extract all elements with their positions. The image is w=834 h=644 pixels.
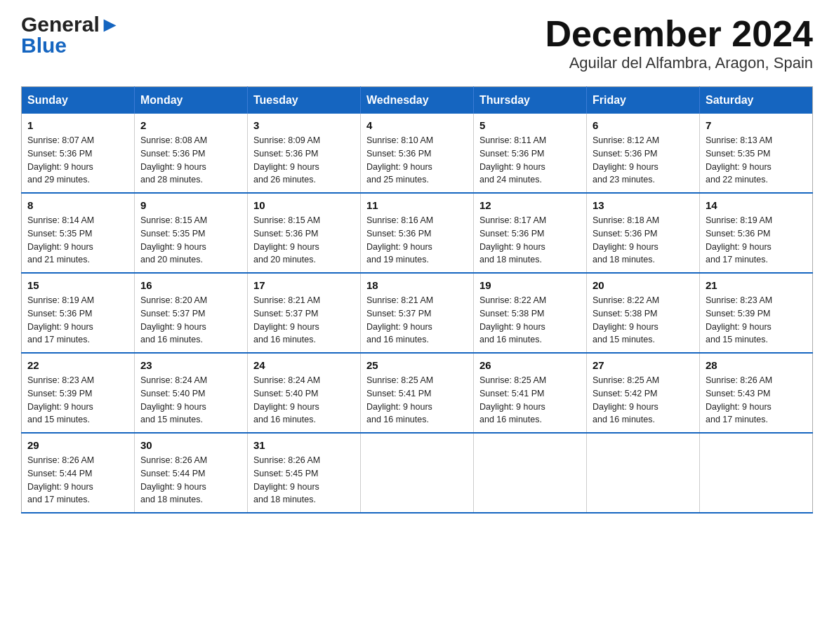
day-of-week-thursday: Thursday bbox=[474, 87, 587, 114]
day-info: Sunrise: 8:14 AMSunset: 5:35 PMDaylight:… bbox=[27, 214, 128, 267]
calendar-cell: 27Sunrise: 8:25 AMSunset: 5:42 PMDayligh… bbox=[587, 353, 700, 433]
calendar-cell bbox=[474, 433, 587, 513]
day-number: 28 bbox=[706, 359, 807, 371]
calendar-cell: 5Sunrise: 8:11 AMSunset: 5:36 PMDaylight… bbox=[474, 114, 587, 193]
day-number: 1 bbox=[27, 119, 128, 131]
day-info: Sunrise: 8:11 AMSunset: 5:36 PMDaylight:… bbox=[479, 134, 581, 187]
calendar-cell: 16Sunrise: 8:20 AMSunset: 5:37 PMDayligh… bbox=[135, 273, 248, 353]
week-row-2: 8Sunrise: 8:14 AMSunset: 5:35 PMDaylight… bbox=[22, 193, 813, 273]
day-info: Sunrise: 8:23 AMSunset: 5:39 PMDaylight:… bbox=[706, 294, 807, 347]
day-number: 22 bbox=[27, 359, 128, 371]
day-info: Sunrise: 8:26 AMSunset: 5:44 PMDaylight:… bbox=[140, 454, 241, 507]
week-row-1: 1Sunrise: 8:07 AMSunset: 5:36 PMDaylight… bbox=[22, 114, 813, 193]
calendar-cell: 30Sunrise: 8:26 AMSunset: 5:44 PMDayligh… bbox=[135, 433, 248, 513]
day-info: Sunrise: 8:18 AMSunset: 5:36 PMDaylight:… bbox=[593, 214, 694, 267]
day-info: Sunrise: 8:15 AMSunset: 5:36 PMDaylight:… bbox=[253, 214, 355, 267]
day-info: Sunrise: 8:26 AMSunset: 5:44 PMDaylight:… bbox=[27, 454, 128, 507]
calendar-cell: 7Sunrise: 8:13 AMSunset: 5:35 PMDaylight… bbox=[700, 114, 813, 193]
day-info: Sunrise: 8:25 AMSunset: 5:42 PMDaylight:… bbox=[593, 374, 694, 427]
day-number: 20 bbox=[593, 279, 694, 291]
calendar-header: SundayMondayTuesdayWednesdayThursdayFrid… bbox=[22, 87, 813, 114]
day-number: 25 bbox=[366, 359, 468, 371]
calendar-title: December 2024 bbox=[545, 14, 813, 54]
day-info: Sunrise: 8:25 AMSunset: 5:41 PMDaylight:… bbox=[479, 374, 581, 427]
day-info: Sunrise: 8:21 AMSunset: 5:37 PMDaylight:… bbox=[366, 294, 468, 347]
day-info: Sunrise: 8:16 AMSunset: 5:36 PMDaylight:… bbox=[366, 214, 468, 267]
calendar-cell: 31Sunrise: 8:26 AMSunset: 5:45 PMDayligh… bbox=[248, 433, 361, 513]
calendar-cell: 18Sunrise: 8:21 AMSunset: 5:37 PMDayligh… bbox=[361, 273, 474, 353]
day-number: 11 bbox=[366, 199, 468, 211]
day-info: Sunrise: 8:17 AMSunset: 5:36 PMDaylight:… bbox=[479, 214, 581, 267]
calendar-cell: 23Sunrise: 8:24 AMSunset: 5:40 PMDayligh… bbox=[135, 353, 248, 433]
calendar-cell: 22Sunrise: 8:23 AMSunset: 5:39 PMDayligh… bbox=[22, 353, 135, 433]
week-row-5: 29Sunrise: 8:26 AMSunset: 5:44 PMDayligh… bbox=[22, 433, 813, 513]
day-info: Sunrise: 8:19 AMSunset: 5:36 PMDaylight:… bbox=[706, 214, 807, 267]
week-row-4: 22Sunrise: 8:23 AMSunset: 5:39 PMDayligh… bbox=[22, 353, 813, 433]
day-number: 17 bbox=[253, 279, 355, 291]
week-row-3: 15Sunrise: 8:19 AMSunset: 5:36 PMDayligh… bbox=[22, 273, 813, 353]
calendar-cell bbox=[700, 433, 813, 513]
calendar-cell: 17Sunrise: 8:21 AMSunset: 5:37 PMDayligh… bbox=[248, 273, 361, 353]
day-of-week-wednesday: Wednesday bbox=[361, 87, 474, 114]
calendar-cell: 21Sunrise: 8:23 AMSunset: 5:39 PMDayligh… bbox=[700, 273, 813, 353]
day-info: Sunrise: 8:22 AMSunset: 5:38 PMDaylight:… bbox=[479, 294, 581, 347]
calendar-cell bbox=[587, 433, 700, 513]
day-info: Sunrise: 8:08 AMSunset: 5:36 PMDaylight:… bbox=[140, 134, 241, 187]
logo: General ► Blue bbox=[21, 14, 120, 56]
day-number: 9 bbox=[140, 199, 241, 211]
day-number: 4 bbox=[366, 119, 468, 131]
day-info: Sunrise: 8:25 AMSunset: 5:41 PMDaylight:… bbox=[366, 374, 468, 427]
day-number: 31 bbox=[253, 439, 355, 451]
calendar-cell: 12Sunrise: 8:17 AMSunset: 5:36 PMDayligh… bbox=[474, 193, 587, 273]
day-number: 19 bbox=[479, 279, 581, 291]
day-info: Sunrise: 8:22 AMSunset: 5:38 PMDaylight:… bbox=[593, 294, 694, 347]
day-info: Sunrise: 8:09 AMSunset: 5:36 PMDaylight:… bbox=[253, 134, 355, 187]
day-number: 29 bbox=[27, 439, 128, 451]
day-number: 15 bbox=[27, 279, 128, 291]
calendar-subtitle: Aguilar del Alfambra, Aragon, Spain bbox=[545, 54, 813, 72]
day-number: 30 bbox=[140, 439, 241, 451]
day-number: 24 bbox=[253, 359, 355, 371]
day-number: 13 bbox=[593, 199, 694, 211]
day-info: Sunrise: 8:15 AMSunset: 5:35 PMDaylight:… bbox=[140, 214, 241, 267]
day-info: Sunrise: 8:10 AMSunset: 5:36 PMDaylight:… bbox=[366, 134, 468, 187]
days-of-week-row: SundayMondayTuesdayWednesdayThursdayFrid… bbox=[22, 87, 813, 114]
calendar-cell: 2Sunrise: 8:08 AMSunset: 5:36 PMDaylight… bbox=[135, 114, 248, 193]
day-info: Sunrise: 8:23 AMSunset: 5:39 PMDaylight:… bbox=[27, 374, 128, 427]
day-number: 18 bbox=[366, 279, 468, 291]
calendar-body: 1Sunrise: 8:07 AMSunset: 5:36 PMDaylight… bbox=[22, 114, 813, 513]
day-info: Sunrise: 8:19 AMSunset: 5:36 PMDaylight:… bbox=[27, 294, 128, 347]
calendar-cell: 13Sunrise: 8:18 AMSunset: 5:36 PMDayligh… bbox=[587, 193, 700, 273]
calendar-cell: 26Sunrise: 8:25 AMSunset: 5:41 PMDayligh… bbox=[474, 353, 587, 433]
day-info: Sunrise: 8:26 AMSunset: 5:45 PMDaylight:… bbox=[253, 454, 355, 507]
day-number: 5 bbox=[479, 119, 581, 131]
calendar-cell bbox=[361, 433, 474, 513]
day-number: 26 bbox=[479, 359, 581, 371]
day-of-week-tuesday: Tuesday bbox=[248, 87, 361, 114]
calendar-cell: 28Sunrise: 8:26 AMSunset: 5:43 PMDayligh… bbox=[700, 353, 813, 433]
day-number: 8 bbox=[27, 199, 128, 211]
calendar-cell: 15Sunrise: 8:19 AMSunset: 5:36 PMDayligh… bbox=[22, 273, 135, 353]
calendar-cell: 20Sunrise: 8:22 AMSunset: 5:38 PMDayligh… bbox=[587, 273, 700, 353]
day-number: 12 bbox=[479, 199, 581, 211]
calendar-cell: 19Sunrise: 8:22 AMSunset: 5:38 PMDayligh… bbox=[474, 273, 587, 353]
day-info: Sunrise: 8:24 AMSunset: 5:40 PMDaylight:… bbox=[253, 374, 355, 427]
day-number: 27 bbox=[593, 359, 694, 371]
logo-b-text: ► bbox=[100, 14, 121, 35]
day-number: 3 bbox=[253, 119, 355, 131]
day-number: 2 bbox=[140, 119, 241, 131]
day-info: Sunrise: 8:07 AMSunset: 5:36 PMDaylight:… bbox=[27, 134, 128, 187]
calendar-cell: 1Sunrise: 8:07 AMSunset: 5:36 PMDaylight… bbox=[22, 114, 135, 193]
calendar-cell: 4Sunrise: 8:10 AMSunset: 5:36 PMDaylight… bbox=[361, 114, 474, 193]
calendar-cell: 11Sunrise: 8:16 AMSunset: 5:36 PMDayligh… bbox=[361, 193, 474, 273]
title-block: December 2024 Aguilar del Alfambra, Arag… bbox=[545, 14, 813, 72]
day-info: Sunrise: 8:21 AMSunset: 5:37 PMDaylight:… bbox=[253, 294, 355, 347]
calendar-cell: 9Sunrise: 8:15 AMSunset: 5:35 PMDaylight… bbox=[135, 193, 248, 273]
day-of-week-monday: Monday bbox=[135, 87, 248, 114]
day-of-week-saturday: Saturday bbox=[700, 87, 813, 114]
logo-general-text: General bbox=[21, 14, 100, 35]
calendar-cell: 14Sunrise: 8:19 AMSunset: 5:36 PMDayligh… bbox=[700, 193, 813, 273]
day-number: 23 bbox=[140, 359, 241, 371]
day-info: Sunrise: 8:24 AMSunset: 5:40 PMDaylight:… bbox=[140, 374, 241, 427]
calendar-cell: 10Sunrise: 8:15 AMSunset: 5:36 PMDayligh… bbox=[248, 193, 361, 273]
